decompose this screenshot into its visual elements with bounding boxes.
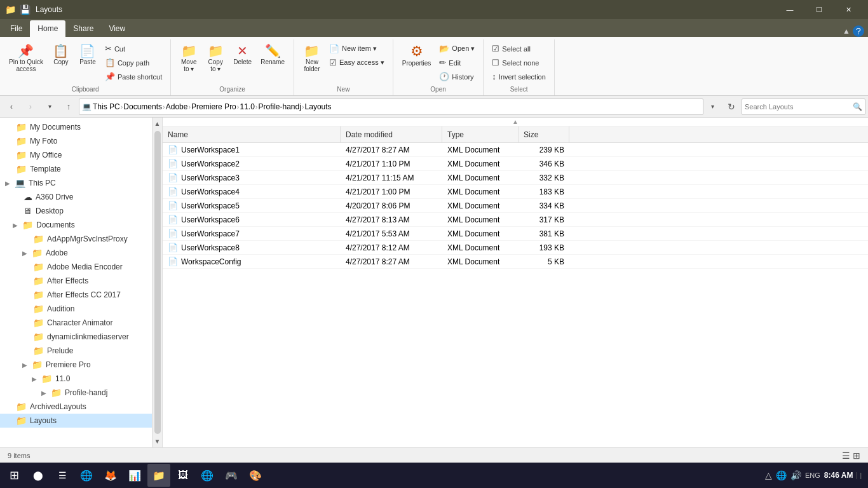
sidebar-item-dynamiclink[interactable]: 📁dynamiclinkmediaserver xyxy=(0,330,152,344)
paste-button[interactable]: 📄 Paste xyxy=(75,42,100,68)
volume-icon[interactable]: 🔊 xyxy=(790,470,801,480)
task-view-button[interactable]: ⬤ xyxy=(27,464,50,487)
paste-shortcut-button[interactable]: 📌 Paste shortcut xyxy=(102,70,165,83)
open-button[interactable]: 📂 Open ▾ xyxy=(436,42,478,55)
taskbar-explorer[interactable]: 📁 xyxy=(147,464,170,487)
tab-file[interactable]: File xyxy=(3,20,30,37)
sidebar-item-my-documents[interactable]: 📁My Documents xyxy=(0,120,152,134)
addr-adobe[interactable]: Adobe xyxy=(166,102,188,111)
expand-arrow-11-0[interactable]: ▶ xyxy=(32,376,37,383)
sidebar-item-a360-drive[interactable]: ☁A360 Drive xyxy=(0,190,152,204)
sidebar-item-adobe-media-encoder[interactable]: 📁Adobe Media Encoder xyxy=(0,260,152,274)
refresh-button[interactable]: ↻ xyxy=(722,98,740,116)
sidebar-item-prelude[interactable]: 📁Prelude xyxy=(0,344,152,358)
sidebar-item-my-foto[interactable]: 📁My Foto xyxy=(0,134,152,148)
easy-access-button[interactable]: ☑ Easy access ▾ xyxy=(326,56,388,69)
expand-arrow-adobe[interactable]: ▶ xyxy=(22,250,27,257)
sidebar-item-premiere-pro[interactable]: ▶📁Premiere Pro xyxy=(0,358,152,372)
expand-arrow-profile-handj[interactable]: ▶ xyxy=(41,390,46,396)
delete-button[interactable]: ✕ Delete xyxy=(229,42,255,68)
sidebar-scroll-up[interactable]: ▲ xyxy=(152,118,163,130)
pin-to-quick-access-button[interactable]: 📌 Pin to Quickaccess xyxy=(5,42,47,75)
table-row[interactable]: 📄 UserWorkspace1 4/27/2017 8:27 AM XML D… xyxy=(163,143,868,157)
language-label[interactable]: ENG xyxy=(805,471,820,479)
help-icon[interactable]: ? xyxy=(853,25,864,37)
notification-icon[interactable]: △ xyxy=(765,470,772,480)
addr-documents[interactable]: Documents xyxy=(123,102,162,111)
copy-button[interactable]: 📋 Copy xyxy=(48,42,74,68)
sidebar-scroll-down[interactable]: ▼ xyxy=(152,435,163,447)
addr-11-0[interactable]: 11.0 xyxy=(240,102,254,111)
taskbar-ie[interactable]: 🌐 xyxy=(75,464,98,487)
sidebar-item-audition[interactable]: 📁Audition xyxy=(0,302,152,316)
addr-premiere-pro[interactable]: Premiere Pro xyxy=(191,102,236,111)
expand-arrow-documents[interactable]: ▶ xyxy=(13,222,18,229)
new-folder-button[interactable]: 📁 Newfolder xyxy=(299,42,325,75)
sidebar-item-my-office[interactable]: 📁My Office xyxy=(0,148,152,162)
sidebar-item-layouts[interactable]: 📁Layouts xyxy=(0,414,152,428)
taskbar-edge[interactable]: 🌐 xyxy=(196,464,219,487)
expand-arrow-this-pc[interactable]: ▶ xyxy=(5,180,10,187)
cut-button[interactable]: ✂ Cut xyxy=(102,42,165,55)
up-button[interactable]: ↑ xyxy=(60,98,78,116)
table-row[interactable]: 📄 WorkspaceConfig 4/27/2017 8:27 AM XML … xyxy=(163,255,868,269)
taskbar-photoshop[interactable]: 🎨 xyxy=(244,464,267,487)
edit-button[interactable]: ✏ Edit xyxy=(436,56,478,69)
recent-locations-button[interactable]: ▾ xyxy=(41,98,58,116)
details-view-button[interactable]: ☰ xyxy=(842,451,850,461)
taskbar-time[interactable]: 8:46 AM xyxy=(824,471,853,480)
address-dropdown-button[interactable]: ▾ xyxy=(703,98,721,116)
sidebar-item-desktop[interactable]: 🖥Desktop xyxy=(0,204,152,218)
invert-selection-button[interactable]: ↕ Invert selection xyxy=(489,70,548,83)
tab-view[interactable]: View xyxy=(101,20,133,37)
sidebar-item-after-effects-cc[interactable]: 📁After Effects CC 2017 xyxy=(0,288,152,302)
taskbar-game[interactable]: 🎮 xyxy=(220,464,243,487)
search-bar[interactable]: 🔍 xyxy=(742,98,865,115)
copy-to-button[interactable]: 📁 Copyto ▾ xyxy=(203,42,228,75)
sidebar-item-profile-handj[interactable]: ▶📁Profile-handj xyxy=(0,386,152,400)
copy-path-button[interactable]: 📋 Copy path xyxy=(102,56,165,69)
ribbon-collapse-icon[interactable]: ▲ xyxy=(843,27,850,36)
taskbar-excel[interactable]: 📊 xyxy=(123,464,146,487)
sidebar-item-adobe[interactable]: ▶📁Adobe xyxy=(0,246,152,260)
search-input[interactable] xyxy=(745,103,853,111)
col-type-header[interactable]: Type xyxy=(442,126,519,142)
sidebar-item-adappmanager[interactable]: 📁AdAppMgrSvcInstProxy xyxy=(0,232,152,246)
sidebar-item-character-animator[interactable]: 📁Character Animator xyxy=(0,316,152,330)
table-row[interactable]: 📄 UserWorkspace4 4/21/2017 1:00 PM XML D… xyxy=(163,185,868,199)
table-row[interactable]: 📄 UserWorkspace3 4/21/2017 11:15 AM XML … xyxy=(163,171,868,185)
taskbar-firefox[interactable]: 🦊 xyxy=(99,464,122,487)
forward-button[interactable]: › xyxy=(22,98,39,116)
rename-button[interactable]: ✏️ Rename xyxy=(257,42,288,68)
tab-home[interactable]: Home xyxy=(30,20,65,37)
sidebar-item-11-0[interactable]: ▶📁11.0 xyxy=(0,372,152,386)
table-row[interactable]: 📄 UserWorkspace8 4/27/2017 8:12 AM XML D… xyxy=(163,241,868,255)
close-button[interactable]: ✕ xyxy=(834,0,863,19)
expand-arrow-premiere-pro[interactable]: ▶ xyxy=(22,362,27,369)
sidebar-item-archived-layouts[interactable]: 📁ArchivedLayouts xyxy=(0,400,152,414)
history-button[interactable]: 🕐 History xyxy=(436,70,478,83)
table-row[interactable]: 📄 UserWorkspace5 4/20/2017 8:06 PM XML D… xyxy=(163,199,868,213)
tiles-view-button[interactable]: ⊞ xyxy=(853,451,860,461)
network-icon[interactable]: 🌐 xyxy=(776,470,787,480)
maximize-button[interactable]: ☐ xyxy=(804,0,834,19)
move-to-button[interactable]: 📁 Moveto ▾ xyxy=(176,42,201,75)
new-item-button[interactable]: 📄 New item ▾ xyxy=(326,42,388,55)
show-desktop-button[interactable]: | xyxy=(857,472,862,479)
sort-indicator[interactable]: ▲ xyxy=(512,118,519,125)
sidebar-item-after-effects[interactable]: 📁After Effects xyxy=(0,274,152,288)
cortana-button[interactable]: ☰ xyxy=(51,464,74,487)
col-date-header[interactable]: Date modified xyxy=(341,126,442,142)
col-name-header[interactable]: Name xyxy=(163,126,341,142)
sidebar-item-this-pc[interactable]: ▶💻This PC xyxy=(0,176,152,190)
sidebar-item-documents[interactable]: ▶📁Documents xyxy=(0,218,152,232)
tab-share[interactable]: Share xyxy=(65,20,101,37)
table-row[interactable]: 📄 UserWorkspace7 4/21/2017 5:53 AM XML D… xyxy=(163,227,868,241)
table-row[interactable]: 📄 UserWorkspace6 4/27/2017 8:13 AM XML D… xyxy=(163,213,868,227)
properties-button[interactable]: ⚙ Properties xyxy=(398,42,435,69)
addr-this-pc[interactable]: 💻 This PC xyxy=(82,102,120,111)
address-bar[interactable]: 💻 This PC › Documents › Adobe › Premiere… xyxy=(79,98,703,115)
sidebar-item-template[interactable]: 📁Template xyxy=(0,162,152,176)
addr-layouts[interactable]: Layouts xyxy=(305,102,332,111)
back-button[interactable]: ‹ xyxy=(3,98,20,116)
